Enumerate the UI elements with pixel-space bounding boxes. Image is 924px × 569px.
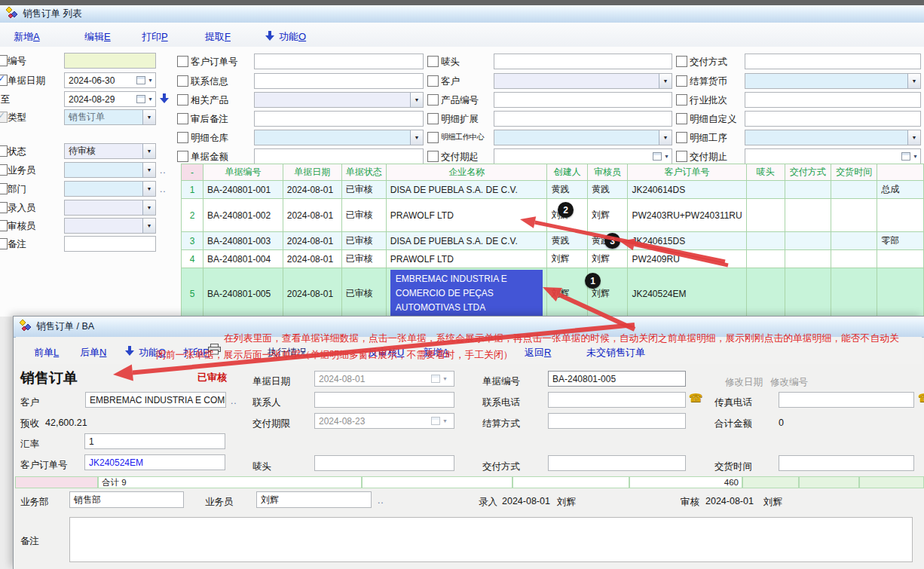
- customer-order-cell[interactable]: JK240615DS: [628, 232, 746, 250]
- filter-select[interactable]: 待审核▼: [64, 143, 156, 159]
- apply-filter-arrow-icon[interactable]: [160, 93, 169, 106]
- filter-checkbox[interactable]: [427, 151, 439, 162]
- filter-input[interactable]: [745, 111, 921, 127]
- table-cell[interactable]: 已审核: [341, 250, 386, 268]
- filter-checkbox[interactable]: [427, 132, 439, 143]
- table-cell[interactable]: 2024-08-01: [283, 232, 341, 250]
- table-row[interactable]: 5BA-240801-0052024-08-01已审核EMBREMAC INDU…: [182, 268, 924, 317]
- dropdown-button[interactable]: ▼: [142, 163, 155, 177]
- table-cell[interactable]: 已审核: [341, 181, 386, 199]
- customer-order-cell[interactable]: PW2409RU: [628, 250, 746, 268]
- filter-input[interactable]: [494, 111, 672, 127]
- dropdown-button[interactable]: ▼: [142, 144, 155, 158]
- dropdown-button[interactable]: ▼: [142, 110, 155, 124]
- filter-date-input[interactable]: 2024-08-29▼: [64, 91, 156, 107]
- filter-select[interactable]: ▼: [254, 92, 424, 108]
- table-cell[interactable]: 刘辉: [547, 268, 588, 317]
- filter-checkbox[interactable]: [676, 94, 687, 106]
- table-cell[interactable]: 刘辉: [587, 199, 628, 232]
- table-cell[interactable]: 2024-08-01: [283, 250, 341, 268]
- filter-date-input[interactable]: ▼: [745, 148, 921, 164]
- filter-checkbox[interactable]: [0, 164, 8, 176]
- filter-input[interactable]: [64, 53, 156, 69]
- table-cell[interactable]: [746, 181, 785, 199]
- filter-checkbox[interactable]: [177, 132, 188, 143]
- table-cell[interactable]: 黄践: [547, 181, 588, 199]
- delivery-mode-field[interactable]: [548, 455, 686, 471]
- filter-checkbox[interactable]: [676, 132, 687, 143]
- fax-field[interactable]: [779, 392, 914, 408]
- more-button[interactable]: ..: [378, 495, 384, 506]
- table-cell[interactable]: 已审核: [341, 232, 386, 250]
- filter-select[interactable]: 销售订单▼: [64, 109, 156, 125]
- filter-select[interactable]: ▼: [64, 218, 156, 234]
- filter-select[interactable]: ▼: [64, 181, 156, 197]
- filter-select[interactable]: ▼: [494, 130, 672, 145]
- table-cell[interactable]: 黄践: [547, 232, 588, 250]
- table-cell[interactable]: 总成: [877, 181, 924, 199]
- column-header[interactable]: 创建人: [547, 164, 588, 181]
- filter-checkbox[interactable]: [0, 55, 8, 66]
- dropdown-button[interactable]: ▼: [142, 182, 155, 196]
- phone-icon[interactable]: ☎: [918, 391, 924, 405]
- filter-select[interactable]: ▼: [494, 73, 672, 89]
- filter-input[interactable]: [745, 92, 921, 108]
- filter-checkbox[interactable]: [676, 113, 687, 124]
- company-cell[interactable]: DISA DE PUEBLA S.A. DE C.V.: [386, 232, 547, 250]
- filter-select[interactable]: ▼: [745, 130, 921, 145]
- edit-button[interactable]: 编辑E: [84, 30, 111, 44]
- table-cell[interactable]: BA-240801-002: [203, 199, 283, 232]
- table-cell[interactable]: [831, 232, 877, 250]
- remark-field[interactable]: [69, 517, 913, 562]
- calendar-icon[interactable]: [136, 76, 145, 84]
- column-header[interactable]: -: [182, 164, 203, 181]
- column-header[interactable]: 单据状态: [341, 164, 386, 181]
- table-cell[interactable]: BA-240801-004: [203, 250, 283, 268]
- table-cell[interactable]: [877, 268, 924, 317]
- dropdown-button[interactable]: ▼: [410, 93, 423, 107]
- table-cell[interactable]: [877, 250, 924, 268]
- column-header[interactable]: 交货时间: [831, 164, 877, 181]
- dropdown-arrow-icon[interactable]: ▼: [148, 96, 153, 102]
- table-cell[interactable]: 2024-08-01: [283, 199, 341, 232]
- company-cell[interactable]: DISA DE PUEBLA S.A. DE C.V.: [386, 181, 547, 199]
- table-cell[interactable]: [785, 250, 831, 268]
- calendar-icon[interactable]: [431, 417, 440, 425]
- table-row[interactable]: 3BA-240801-0032024-08-01已审核DISA DE PUEBL…: [182, 232, 924, 250]
- doc-date-field[interactable]: 2024-08-01▼: [314, 371, 454, 387]
- cust-order-field[interactable]: JK240524EM: [84, 454, 225, 470]
- filter-checkbox[interactable]: [0, 112, 8, 123]
- table-cell[interactable]: [785, 232, 831, 250]
- table-row[interactable]: 1BA-240801-0012024-08-01已审核DISA DE PUEBL…: [182, 181, 924, 199]
- column-header[interactable]: 交付方式: [785, 164, 831, 181]
- filter-checkbox[interactable]: [0, 75, 8, 86]
- dropdown-button[interactable]: ▼: [907, 130, 920, 145]
- table-cell[interactable]: 黄践: [587, 181, 628, 199]
- more-button[interactable]: ..: [160, 184, 167, 194]
- table-cell[interactable]: BA-240801-001: [203, 181, 283, 199]
- dept-field[interactable]: 销售部: [69, 491, 184, 508]
- table-row[interactable]: 4BA-240801-0042024-08-01已审核PRAWOLF LTD刘辉…: [182, 250, 924, 268]
- filter-checkbox[interactable]: [427, 94, 439, 106]
- table-row[interactable]: 2BA-240801-0022024-08-01已审核PRAWOLF LTD刘辉…: [182, 199, 924, 232]
- phone-field[interactable]: [548, 392, 686, 408]
- filter-input[interactable]: [745, 54, 921, 69]
- table-cell[interactable]: 刘辉: [587, 250, 628, 268]
- table-cell[interactable]: [785, 199, 831, 232]
- column-header[interactable]: 客户订单号: [628, 164, 746, 181]
- column-header[interactable]: 单据编号: [203, 164, 283, 181]
- dropdown-arrow-icon[interactable]: ▼: [148, 78, 153, 83]
- filter-checkbox[interactable]: [0, 202, 8, 213]
- next-doc-button[interactable]: 后单N: [80, 346, 106, 359]
- contact-field[interactable]: [314, 392, 454, 408]
- unshipped-orders-link[interactable]: 未交销售订单: [586, 346, 645, 359]
- function-menu[interactable]: 功能O: [279, 30, 306, 44]
- calendar-icon[interactable]: [431, 375, 440, 383]
- return-button[interactable]: 返回R: [525, 346, 551, 359]
- table-cell[interactable]: [877, 199, 924, 232]
- filter-select[interactable]: ▼: [64, 200, 156, 216]
- mark-field[interactable]: [314, 455, 454, 471]
- dropdown-button[interactable]: ▼: [907, 74, 920, 88]
- column-header[interactable]: 单据日期: [283, 164, 341, 181]
- filter-checkbox[interactable]: [0, 238, 8, 249]
